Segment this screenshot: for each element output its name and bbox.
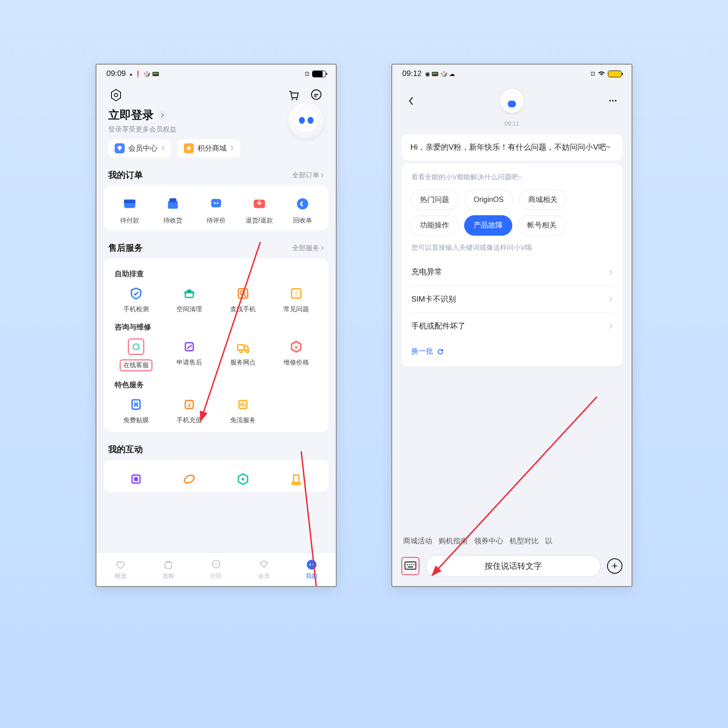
battery-icon	[312, 71, 326, 77]
service-item[interactable]: ? 常见问题	[270, 285, 324, 313]
more-button[interactable]: ···	[605, 93, 621, 109]
svg-point-38	[313, 564, 314, 566]
tab-2[interactable]: 社区	[210, 559, 222, 580]
svg-point-45	[414, 564, 415, 565]
service-item[interactable]: 查找手机	[216, 285, 270, 313]
svg-text:¥: ¥	[187, 401, 192, 409]
svg-rect-8	[211, 199, 221, 207]
service-item[interactable]: 免流服务	[216, 396, 270, 425]
orders-card: 待付款 待收货 待评价 退货/退款 回收单	[104, 186, 329, 230]
svg-text:?: ?	[294, 290, 298, 298]
all-orders-link[interactable]: 全部订单	[292, 171, 324, 180]
service-item[interactable]: 在线客服	[109, 339, 163, 371]
order-item[interactable]: 待付款	[109, 195, 150, 225]
svg-point-34	[216, 564, 217, 565]
svg-point-44	[411, 564, 412, 565]
svg-point-37	[309, 564, 311, 566]
order-item[interactable]: 待评价	[196, 195, 237, 225]
status-bar: 09:12 ◉ 📟 🎲 ☁ ⊡	[392, 65, 632, 83]
orders-header: 我的订单 全部订单	[96, 163, 336, 186]
quick-link[interactable]: 领券中心	[474, 536, 503, 546]
svg-point-0	[114, 93, 118, 97]
service-item[interactable]: 空间清理	[163, 285, 217, 313]
service-item[interactable]: ¥ 手机充值	[163, 396, 217, 425]
all-services-link[interactable]: 全部服务	[292, 244, 324, 253]
quick-link[interactable]: 机型对比	[510, 536, 539, 546]
back-button[interactable]	[403, 93, 419, 109]
svg-point-10	[217, 202, 218, 204]
topic-pill[interactable]: 功能操作	[410, 215, 459, 236]
topic-pill[interactable]: 热门问题	[410, 190, 459, 210]
interact-item[interactable]	[270, 471, 324, 487]
order-item[interactable]: 退货/退款	[239, 195, 280, 225]
points-mall-chip[interactable]: 积分商城	[177, 139, 240, 157]
svg-point-36	[307, 560, 317, 569]
svg-rect-27	[134, 477, 138, 481]
chat-input-bar: 按住说话转文字 +	[392, 551, 632, 586]
interact-header: 我的互动	[96, 437, 336, 460]
tab-0[interactable]: 精选	[115, 559, 126, 580]
svg-point-15	[240, 291, 244, 295]
interact-item[interactable]	[216, 471, 270, 487]
svg-point-1	[292, 99, 293, 100]
question-item[interactable]: 手机或配件坏了	[410, 313, 613, 339]
interact-item[interactable]	[163, 471, 217, 487]
order-item[interactable]: 回收单	[282, 195, 323, 225]
keyboard-toggle[interactable]	[401, 557, 420, 575]
status-time: 09:12	[402, 69, 422, 78]
topic-pill[interactable]: 产品故障	[464, 215, 512, 236]
quick-link[interactable]: 商城活动	[403, 536, 432, 546]
svg-rect-7	[169, 198, 176, 202]
question-item[interactable]: SIM卡不识别	[410, 286, 613, 313]
settings-hex-icon[interactable]	[108, 87, 124, 103]
chat-header: ···	[392, 83, 632, 116]
svg-point-28	[183, 474, 196, 485]
user-avatar[interactable]	[288, 103, 324, 138]
chevron-right-icon	[157, 110, 167, 120]
svg-point-12	[297, 198, 308, 210]
voice-input-button[interactable]: 按住说话转文字	[426, 555, 601, 577]
svg-rect-41	[405, 562, 416, 569]
refresh-button[interactable]: 换一批	[410, 339, 613, 364]
tab-3[interactable]: 会员	[258, 559, 270, 580]
phone-left: 09:09 ⬥ ❗ 🎲 📟 ⊡ 立即登录 登录享受更多会员权益	[96, 64, 337, 587]
topic-pill[interactable]: 商城相关	[519, 190, 567, 210]
svg-point-9	[214, 202, 216, 204]
member-center-chip[interactable]: 会员中心	[108, 139, 171, 157]
interact-card	[104, 460, 329, 492]
interact-item[interactable]	[109, 471, 163, 487]
status-time: 09:09	[106, 69, 126, 78]
service-item[interactable]: 手机检测	[109, 285, 163, 313]
svg-point-18	[133, 344, 139, 350]
bot-suggestions: 看看全能的小V都能解决什么问题吧~ 热门问题OriginOS商城相关功能操作产品…	[401, 163, 622, 366]
svg-rect-46	[408, 566, 413, 567]
battery-icon	[608, 71, 622, 77]
service-item[interactable]: 免费贴膜	[109, 396, 163, 425]
service-header: 售后服务 全部服务	[96, 236, 336, 258]
service-item[interactable]: 申请售后	[163, 339, 217, 371]
topic-pill[interactable]: OriginOS	[464, 190, 513, 210]
bot-avatar	[500, 89, 524, 113]
add-button[interactable]: +	[607, 558, 622, 574]
question-item[interactable]: 充电异常	[410, 259, 613, 285]
service-item[interactable]: ¥ 维修价格	[270, 339, 324, 371]
svg-rect-31	[165, 562, 172, 568]
service-item[interactable]: 服务网点	[216, 339, 270, 371]
svg-point-42	[407, 564, 408, 565]
svg-rect-20	[238, 345, 244, 350]
tab-1[interactable]: 选购	[162, 559, 174, 580]
topic-pill[interactable]: 帐号相关	[518, 215, 566, 236]
order-item[interactable]: 待收货	[152, 195, 193, 225]
quick-link[interactable]: 购机指南	[439, 536, 468, 546]
messages-icon[interactable]	[308, 87, 324, 103]
quick-link[interactable]: 以	[545, 536, 552, 546]
phone-right: 09:12 ◉ 📟 🎲 ☁ ⊡ ··· 09:11 Hi，亲爱的V粉，新年快乐！…	[391, 64, 632, 587]
login-title: 立即登录	[108, 107, 154, 122]
cart-icon[interactable]	[286, 87, 301, 103]
tab-4[interactable]: 我的	[306, 559, 318, 580]
svg-point-43	[409, 564, 410, 565]
profile-section: 立即登录 登录享受更多会员权益	[96, 105, 336, 139]
message-time: 09:11	[401, 116, 622, 131]
svg-point-29	[242, 478, 244, 480]
svg-text:¥: ¥	[294, 344, 298, 351]
